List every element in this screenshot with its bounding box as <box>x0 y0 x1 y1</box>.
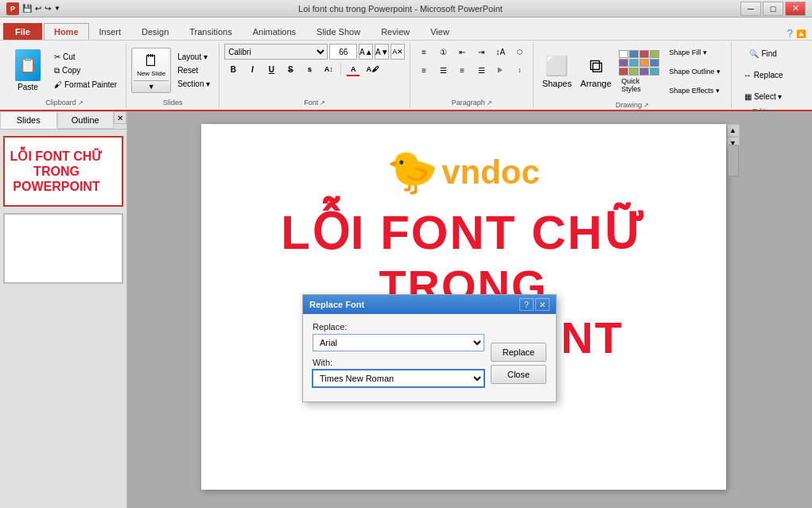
tab-review[interactable]: Review <box>371 23 420 40</box>
tab-home[interactable]: Home <box>44 23 89 40</box>
slide-2-thumbnail[interactable] <box>3 213 123 284</box>
font-expand-icon[interactable]: ↗ <box>320 99 325 107</box>
quick-styles-label: Quick Styles <box>621 77 656 93</box>
shape-outline-button[interactable]: Shape Outline ▾ <box>663 63 726 80</box>
layout-button[interactable]: Layout ▾ <box>173 51 214 63</box>
align-center-button[interactable]: ☰ <box>434 62 452 78</box>
format-painter-icon: 🖌 <box>54 80 62 89</box>
outline-tab[interactable]: Outline <box>57 111 115 129</box>
shape-fill-button[interactable]: Shape Fill ▾ <box>663 44 726 61</box>
format-painter-button[interactable]: 🖌 Format Painter <box>50 79 121 91</box>
close-button[interactable]: ✕ <box>785 2 806 16</box>
scroll-up-button[interactable]: ▲ <box>727 124 740 137</box>
shadow-button[interactable]: s <box>301 61 318 77</box>
reset-button[interactable]: Reset <box>173 64 214 76</box>
section-button[interactable]: Section ▾ <box>173 78 214 90</box>
new-slide-button[interactable]: 🗒 New Slide ▼ <box>131 48 171 93</box>
convert-smartart-button[interactable]: ⬡ <box>511 44 528 60</box>
new-slide-arrow[interactable]: ▼ <box>132 81 170 92</box>
strikethrough-button[interactable]: S <box>282 61 299 77</box>
font-label: Font ↗ <box>304 97 325 107</box>
clear-format-button[interactable]: A✕ <box>390 44 405 60</box>
line-spacing-button[interactable]: ↕ <box>511 62 528 78</box>
indent-decrease-button[interactable]: ⇤ <box>453 44 471 60</box>
clipboard-expand-icon[interactable]: ↗ <box>78 99 84 107</box>
numbering-button[interactable]: ① <box>434 44 452 60</box>
minimize-ribbon[interactable]: 🔼 <box>796 29 806 38</box>
paragraph-expand-icon[interactable]: ↗ <box>487 99 492 107</box>
slides-tab[interactable]: Slides <box>0 111 57 129</box>
dialog-close-button[interactable]: ✕ <box>535 298 550 311</box>
align-left-button[interactable]: ≡ <box>415 62 433 78</box>
replace-button[interactable]: Replace <box>491 343 546 362</box>
font-family-select[interactable]: Calibri Arial Times New Roman <box>224 44 328 60</box>
font-highlight-button[interactable]: A🖌 <box>363 61 381 77</box>
align-right-button[interactable]: ≡ <box>453 62 471 78</box>
copy-button[interactable]: ⧉ Copy <box>50 64 121 77</box>
with-field: With: Times New Roman <box>313 358 484 387</box>
find-button[interactable]: 🔍 Find <box>742 44 783 63</box>
slide-1-preview: LỖI FONT CHỮ TRONG POWERPOINT <box>5 138 108 205</box>
scroll-thumb[interactable] <box>728 145 739 176</box>
justify-button[interactable]: ☰ <box>472 62 490 78</box>
quick-access-redo[interactable]: ↪ <box>45 4 51 13</box>
tab-file[interactable]: File <box>3 23 42 40</box>
quick-styles-button[interactable]: Quick Styles <box>616 48 661 95</box>
clipboard-group: 📋 Paste ✂ Cut ⧉ Copy 🖌 Format Painter Cl… <box>3 42 126 108</box>
ribbon-tabs: File Home Insert Design Transitions Anim… <box>0 17 812 40</box>
tab-slideshow[interactable]: Slide Show <box>306 23 371 40</box>
tab-insert[interactable]: Insert <box>89 23 132 40</box>
close-dialog-button[interactable]: Close <box>491 365 546 384</box>
tab-view[interactable]: View <box>420 23 460 40</box>
replace-select[interactable]: Arial <box>313 334 484 351</box>
slide-1-thumbnail[interactable]: LỖI FONT CHỮ TRONG POWERPOINT <box>3 136 123 207</box>
replace-label: Replace: <box>313 322 484 332</box>
underline-button[interactable]: U <box>262 61 280 77</box>
slide-main-line1: LỖI FONT CHỮ <box>217 204 710 260</box>
slides-panel: Slides Outline ✕ 1 LỖI FONT CHỮ TRONG PO… <box>0 111 127 508</box>
dialog-help-button[interactable]: ? <box>519 298 534 311</box>
tab-animations[interactable]: Animations <box>243 23 306 40</box>
tab-transitions[interactable]: Transitions <box>179 23 242 40</box>
help-icon[interactable]: ? <box>787 27 793 40</box>
columns-button[interactable]: ⫸ <box>491 62 509 78</box>
text-direction-button[interactable]: ↕A <box>491 44 509 60</box>
tab-design[interactable]: Design <box>131 23 179 40</box>
bullets-button[interactable]: ≡ <box>415 44 433 60</box>
shape-effects-button[interactable]: Shape Effects ▾ <box>663 82 726 99</box>
bold-button[interactable]: B <box>224 61 242 77</box>
quick-access-undo[interactable]: ↩ <box>35 4 41 13</box>
drawing-expand-icon[interactable]: ↗ <box>643 102 649 109</box>
cut-button[interactable]: ✂ Cut <box>50 51 121 63</box>
char-spacing-button[interactable]: A↕ <box>320 61 337 77</box>
maximize-button[interactable]: □ <box>763 2 783 16</box>
slide-1-preview-line2: TRONG POWERPOINT <box>8 164 105 194</box>
paragraph-content: ≡ ① ⇤ ⇥ ↕A ⬡ ≡ ☰ ≡ ☰ ⫸ ↕ <box>415 44 528 97</box>
quick-access-save[interactable]: 💾 <box>22 4 32 13</box>
paste-button[interactable]: 📋 Paste <box>8 45 48 95</box>
slides-group-label-text: Slides <box>163 99 183 107</box>
minimize-button[interactable]: ─ <box>740 2 761 16</box>
replace-button[interactable]: ↔ Replace <box>736 65 791 84</box>
with-select[interactable]: Times New Roman <box>313 370 484 387</box>
font-color-button[interactable]: A <box>344 61 362 77</box>
italic-button[interactable]: I <box>243 61 261 77</box>
dialog-titlebar: Replace Font ? ✕ <box>303 295 556 314</box>
paste-label: Paste <box>17 83 38 91</box>
drawing-group-label-text: Drawing <box>616 101 642 109</box>
with-label: With: <box>313 358 484 367</box>
select-button[interactable]: ▦ Select ▾ <box>737 87 790 106</box>
qs-cell-10 <box>629 68 639 76</box>
arrange-button[interactable]: ⧉ Arrange <box>577 51 614 92</box>
qs-cell-5 <box>619 59 628 67</box>
indent-increase-button[interactable]: ⇥ <box>472 44 490 60</box>
font-size-up-button[interactable]: A▲ <box>359 44 373 60</box>
slides-panel-close[interactable]: ✕ <box>114 111 126 124</box>
font-size-down-button[interactable]: A▼ <box>375 44 389 60</box>
quick-access-dropdown[interactable]: ▼ <box>54 5 60 12</box>
drawing-label: Drawing ↗ <box>616 99 649 109</box>
paste-icon: 📋 <box>15 49 41 81</box>
with-select-wrap: Times New Roman <box>313 370 484 387</box>
font-size-input[interactable] <box>329 44 357 60</box>
shapes-button[interactable]: ⬜ Shapes <box>538 51 575 92</box>
